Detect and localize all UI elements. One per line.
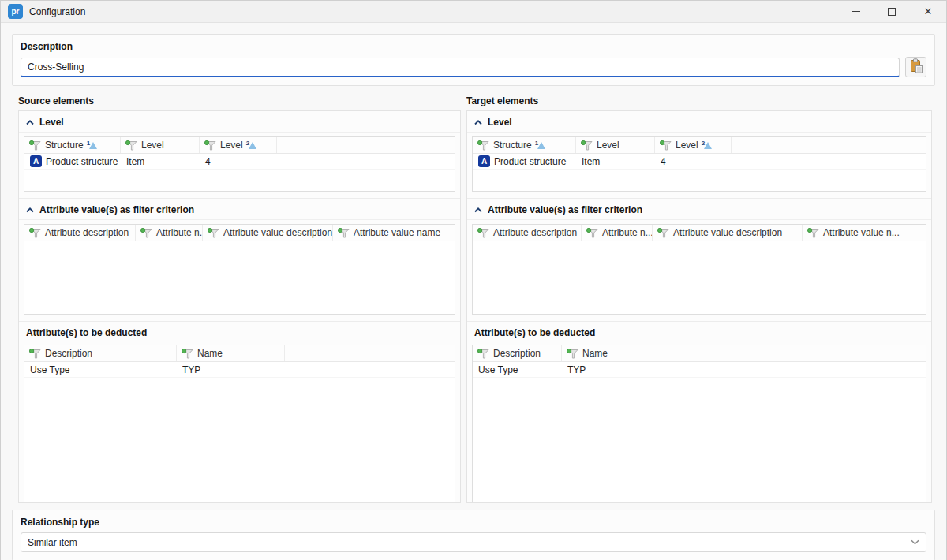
target-filter-table: Attribute description Attribute n... Att… — [472, 224, 926, 315]
target-filter-section-header[interactable]: Attribute value(s) as filter criterion — [467, 200, 931, 220]
collapse-chevron-up-icon[interactable] — [26, 120, 34, 125]
filter-icon[interactable] — [125, 140, 137, 151]
section-label: Attribute(s) to be deducted — [26, 327, 147, 338]
filter-icon[interactable] — [657, 228, 669, 238]
source-level-section: Level Structure 1 — [19, 111, 460, 198]
minimize-button[interactable] — [837, 1, 874, 23]
maximize-button[interactable] — [874, 1, 910, 23]
filter-icon[interactable] — [586, 228, 598, 238]
filter-icon[interactable] — [140, 228, 152, 238]
relationship-type-select[interactable]: Similar item — [21, 532, 926, 552]
source-deducted-section: Attribute(s) to be deducted Description … — [19, 321, 460, 503]
sort-ascending-icon: 1 — [536, 141, 545, 149]
filter-icon[interactable] — [208, 228, 219, 238]
source-filter-table: Attribute description Attribute n... Att… — [24, 224, 455, 315]
description-input[interactable] — [21, 58, 900, 77]
structure-type-icon: A — [478, 155, 490, 167]
close-button[interactable]: ✕ — [910, 1, 946, 23]
relationship-type-label: Relationship type — [13, 510, 934, 532]
source-level-section-header[interactable]: Level — [19, 113, 460, 133]
column-header-name[interactable]: Name — [562, 345, 672, 361]
sort-ascending-icon: 1 — [88, 141, 97, 149]
source-elements-title: Source elements — [18, 95, 461, 106]
relationship-type-groupbox: Relationship type Similar item — [12, 510, 935, 560]
section-label: Attribute value(s) as filter criterion — [39, 204, 194, 215]
filter-icon[interactable] — [567, 349, 578, 359]
column-header-attribute-name[interactable]: Attribute n... — [136, 225, 203, 241]
column-header-attribute-description[interactable]: Attribute description — [473, 225, 582, 241]
filter-icon[interactable] — [204, 140, 216, 151]
target-filter-section: Attribute value(s) as filter criterion A… — [467, 198, 931, 321]
column-header-attribute-value-description[interactable]: Attribute value description — [203, 225, 333, 241]
column-header-attribute-value-name[interactable]: Attribute value n... — [803, 225, 915, 241]
source-filter-section: Attribute value(s) as filter criterion A… — [19, 198, 460, 321]
column-header-attribute-value-description[interactable]: Attribute value description — [653, 225, 803, 241]
column-header-attribute-name[interactable]: Attribute n... — [582, 225, 653, 241]
column-header-attribute-description[interactable]: Attribute description — [24, 225, 136, 241]
source-deducted-header: Attribute(s) to be deducted — [19, 323, 460, 341]
relationship-type-value: Similar item — [28, 537, 77, 548]
section-label: Attribute(s) to be deducted — [474, 327, 595, 338]
filter-icon[interactable] — [477, 349, 489, 359]
clipboard-paste-icon — [909, 58, 923, 76]
title-bar: pr Configuration ✕ — [1, 1, 946, 23]
description-label: Description — [13, 35, 934, 57]
sort-ascending-icon: 2 — [247, 141, 256, 149]
column-header-level2[interactable]: Level 2 — [200, 137, 277, 153]
window-controls: ✕ — [837, 1, 946, 23]
table-row[interactable]: Use Type TYP — [24, 362, 455, 378]
collapse-chevron-up-icon[interactable] — [26, 207, 34, 213]
source-level-table: Structure 1 Level Level — [24, 136, 455, 192]
table-row[interactable]: AProduct structure Item 4 — [473, 154, 926, 170]
column-header-attribute-value-name[interactable]: Attribute value name — [333, 225, 451, 241]
filter-icon[interactable] — [807, 228, 819, 238]
target-level-section-header[interactable]: Level — [467, 113, 931, 133]
table-row[interactable]: AProduct structure Item 4 — [24, 154, 455, 170]
description-groupbox: Description — [12, 34, 935, 86]
column-header-description[interactable]: Description — [24, 345, 177, 361]
filter-icon[interactable] — [477, 228, 489, 238]
filter-icon[interactable] — [29, 140, 41, 151]
column-header-level2[interactable]: Level 2 — [655, 137, 732, 153]
window-title: Configuration — [29, 6, 85, 17]
app-logo-icon: pr — [8, 4, 23, 19]
source-filter-section-header[interactable]: Attribute value(s) as filter criterion — [19, 200, 460, 220]
target-deducted-table: Description Name Use Type TYP — [472, 345, 926, 503]
filter-icon[interactable] — [581, 140, 593, 151]
filter-icon[interactable] — [477, 140, 489, 151]
target-panel: Level Structure 1 — [466, 110, 932, 503]
collapse-chevron-up-icon[interactable] — [474, 207, 482, 213]
maximize-icon — [888, 8, 896, 16]
target-level-table: Structure 1 Level Level — [472, 136, 926, 192]
source-deducted-table: Description Name Use Type TYP — [24, 345, 455, 503]
column-header-level[interactable]: Level — [121, 137, 200, 153]
target-column: Target elements Level Structure — [466, 95, 932, 503]
structure-type-icon: A — [30, 155, 42, 167]
section-label: Level — [39, 117, 64, 128]
chevron-down-icon — [911, 539, 919, 545]
column-header-level[interactable]: Level — [576, 137, 655, 153]
paste-button[interactable] — [905, 57, 926, 77]
column-header-name[interactable]: Name — [177, 345, 285, 361]
column-header-structure[interactable]: Structure 1 — [473, 137, 576, 153]
source-column: Source elements Level Structure — [18, 95, 461, 503]
section-label: Attribute value(s) as filter criterion — [488, 204, 642, 215]
filter-icon[interactable] — [660, 140, 672, 151]
column-header-description[interactable]: Description — [473, 345, 562, 361]
column-header-structure[interactable]: Structure 1 — [24, 137, 121, 153]
filter-icon[interactable] — [29, 349, 41, 359]
target-deducted-section: Attribute(s) to be deducted Description … — [467, 321, 931, 503]
configuration-window: pr Configuration ✕ Description — [0, 0, 947, 560]
filter-icon[interactable] — [182, 349, 193, 359]
collapse-chevron-up-icon[interactable] — [474, 120, 482, 125]
target-level-section: Level Structure 1 — [467, 111, 931, 198]
table-row[interactable]: Use Type TYP — [473, 362, 926, 378]
section-label: Level — [488, 117, 512, 128]
target-deducted-header: Attribute(s) to be deducted — [467, 323, 931, 341]
dialog-content: Description — [1, 23, 946, 560]
sort-ascending-icon: 2 — [702, 141, 712, 149]
filter-icon[interactable] — [338, 228, 350, 238]
close-icon: ✕ — [924, 6, 933, 17]
filter-icon[interactable] — [29, 228, 41, 238]
target-elements-title: Target elements — [466, 95, 932, 106]
